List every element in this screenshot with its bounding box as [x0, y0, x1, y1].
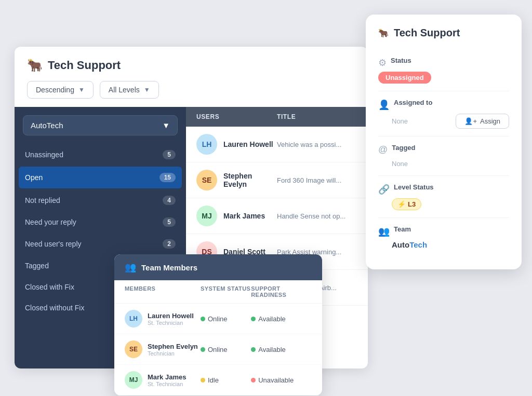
sidebar-badge: 2 [163, 239, 176, 249]
system-status: Online [201, 346, 251, 353]
sidebar-item-label: Tagged [25, 262, 49, 270]
sidebar-team-select[interactable]: AutoTech ▼ [23, 115, 178, 135]
member-name: Lauren Howell [148, 312, 194, 320]
member-role: St. Technician [148, 320, 194, 326]
list-item: MJ Mark James St. Technician Idle Unavai… [114, 365, 322, 395]
team-members-title: Team Members [141, 263, 197, 272]
ticket-user: SE Stephen Evelyn [196, 170, 277, 190]
sidebar-badge: 15 [159, 173, 176, 182]
support-readiness: Unavailable [251, 376, 312, 384]
ticket-title: Ford 360 Image will... [277, 176, 357, 184]
team-members-header: 👥 Team Members [114, 254, 322, 280]
level-section: 🔗 Level Status ⚡ L3 [378, 176, 509, 218]
member-name: Stephen Evelyn [148, 343, 198, 350]
member-info: LH Lauren Howell St. Technician [125, 310, 201, 327]
sort-dropdown[interactable]: Descending ▼ [27, 81, 94, 99]
avatar: SE [125, 340, 142, 358]
avatar: SE [196, 170, 217, 190]
member-role: Technician [148, 350, 198, 357]
system-status: Online [201, 315, 251, 323]
sidebar-item-need-your-reply[interactable]: Need your reply5 [15, 211, 186, 233]
sidebar-item-label: Closed without Fix [25, 304, 84, 312]
chevron-down-icon: ▼ [162, 121, 170, 130]
team-icon: 👥 [378, 226, 390, 237]
wolf-icon: 🐂 [378, 28, 389, 38]
assigned-value: None [392, 117, 408, 125]
status-dot-icon [201, 317, 205, 321]
avatar: LH [196, 134, 217, 155]
level-icon: 🔗 [378, 184, 390, 195]
table-row[interactable]: MJ Mark James Handle Sense not op... [186, 198, 368, 234]
user-plus-icon: 👤+ [464, 117, 477, 125]
sidebar-item-label: Unassinged [25, 151, 63, 159]
sidebar-item-need-user's-reply[interactable]: Need user's reply2 [15, 233, 186, 255]
sidebar-badge: 5 [163, 217, 176, 227]
assign-button[interactable]: 👤+ Assign [456, 114, 509, 129]
ticket-title: Handle Sense not op... [277, 212, 357, 220]
team-section: 👥 Team AutoTech [378, 218, 509, 257]
team-name: AutoTech [392, 240, 427, 249]
panel-header: 🐂 Tech Support [15, 47, 368, 81]
status-dot-icon [201, 378, 205, 383]
ticket-user: MJ Mark James [196, 206, 277, 226]
panel-title: Tech Support [48, 59, 121, 72]
at-icon: @ [378, 144, 388, 155]
chevron-down-icon: ▼ [144, 86, 150, 93]
member-info: MJ Mark James St. Technician [125, 371, 201, 389]
sidebar-badge: 4 [163, 196, 176, 205]
support-readiness: Available [251, 346, 312, 353]
right-card-header: 🐂 Tech Support [378, 27, 509, 39]
filter-dropdown[interactable]: All Levels ▼ [100, 81, 159, 99]
list-item: LH Lauren Howell St. Technician Online A… [114, 304, 322, 334]
sidebar-item-label: Not replied [25, 196, 60, 204]
status-section: ⚙ Status Unassigned [378, 49, 509, 91]
sidebar-select-wrap: AutoTech ▼ [15, 115, 186, 144]
member-name: Mark James [148, 373, 186, 381]
member-info: SE Stephen Evelyn Technician [125, 340, 201, 358]
user-name: Stephen Evelyn [223, 172, 277, 188]
sidebar-item-not-replied[interactable]: Not replied4 [15, 189, 186, 211]
team-members-icon: 👥 [125, 262, 136, 273]
support-readiness: Available [251, 315, 312, 323]
avatar: MJ [196, 206, 217, 226]
member-role: St. Technician [148, 381, 186, 387]
chevron-down-icon: ▼ [78, 86, 85, 93]
readiness-dot-icon [251, 347, 256, 352]
assigned-section: 👤 Assigned to None 👤+ Assign [378, 91, 509, 136]
warning-icon: ⚡ [397, 200, 406, 208]
avatar: LH [125, 310, 142, 327]
readiness-dot-icon [251, 317, 256, 321]
team-members-card: 👥 Team Members Members System Status Sup… [114, 254, 322, 395]
team-member-rows: LH Lauren Howell St. Technician Online A… [114, 304, 322, 395]
level-badge: ⚡ L3 [392, 198, 421, 210]
table-row[interactable]: SE Stephen Evelyn Ford 360 Image will... [186, 162, 368, 198]
tagged-value: None [392, 160, 408, 168]
wolf-icon: 🐂 [27, 58, 43, 73]
right-panel-card: 🐂 Tech Support ⚙ Status Unassigned 👤 Ass… [366, 15, 522, 269]
sidebar-item-label: Need user's reply [25, 240, 82, 248]
ticket-user: LH Lauren Howell [196, 134, 277, 155]
user-name: Mark James [223, 212, 265, 220]
sidebar-item-unassinged[interactable]: Unassinged5 [15, 144, 186, 166]
list-item: SE Stephen Evelyn Technician Online Avai… [114, 334, 322, 365]
sidebar-item-open[interactable]: Open15 [19, 167, 182, 188]
sidebar-item-label: Need your reply [25, 218, 76, 226]
readiness-dot-icon [251, 378, 256, 383]
system-status: Idle [201, 376, 251, 384]
ticket-title: Vehicle was a possi... [277, 141, 357, 148]
tagged-section: @ Tagged None [378, 136, 509, 176]
status-badge: Unassigned [378, 72, 431, 84]
sidebar-item-label: Closed with Fix [25, 283, 74, 291]
user-name: Lauren Howell [223, 140, 273, 148]
status-dot-icon [201, 347, 205, 352]
toolbar: Descending ▼ All Levels ▼ [15, 81, 368, 107]
status-icon: ⚙ [378, 57, 387, 69]
team-members-table-header: Members System Status Support Readiness [114, 280, 322, 304]
table-row[interactable]: LH Lauren Howell Vehicle was a possi... [186, 127, 368, 162]
user-icon: 👤 [378, 99, 390, 111]
sidebar-badge: 5 [163, 150, 176, 159]
sidebar-item-label: Open [25, 173, 43, 182]
avatar: MJ [125, 371, 142, 389]
ticket-table-header: USERS TITLE [186, 107, 368, 127]
